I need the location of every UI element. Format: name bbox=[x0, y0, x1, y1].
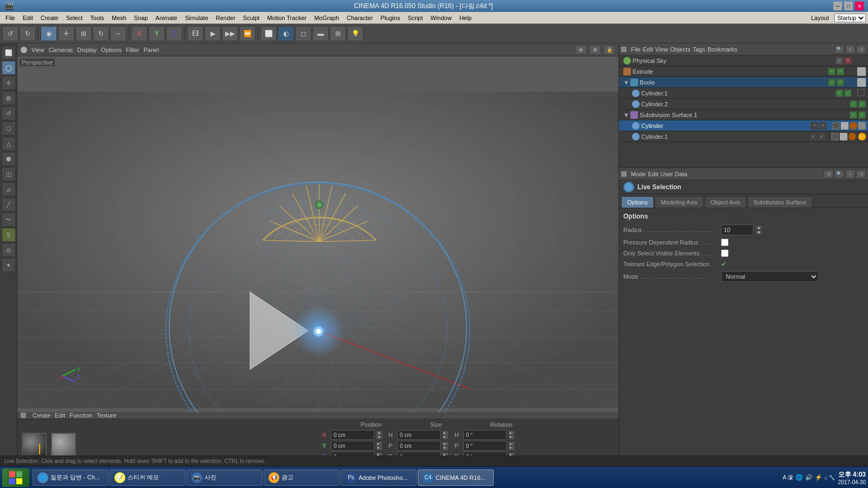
menu-sculpt[interactable]: Sculpt bbox=[240, 14, 263, 22]
badge-render6[interactable]: ✓ bbox=[858, 111, 866, 119]
coord-y-pos[interactable] bbox=[331, 441, 374, 451]
om-arrow-button[interactable]: ◁ bbox=[856, 45, 866, 54]
badge-vis3[interactable]: ✓ bbox=[828, 79, 835, 86]
om-row-boole[interactable]: ▼ Boole ✓ ✓ bbox=[619, 77, 868, 88]
om-row-cylinder1-sub[interactable]: Cylinder.1 ✓ ✓ ⚠ bbox=[619, 131, 868, 142]
minimize-button[interactable]: ─ bbox=[833, 2, 842, 10]
menu-help[interactable]: Help bbox=[456, 14, 475, 22]
viewport-settings-button[interactable]: ⚙ bbox=[589, 45, 601, 55]
coord-x-rot-spinner[interactable]: ▲ ▼ bbox=[509, 431, 514, 439]
taskbar-sticky[interactable]: 📝 스티커 메모 bbox=[110, 470, 186, 486]
badge-vis6[interactable]: ✓ bbox=[850, 111, 857, 119]
badge-render4[interactable]: ✓ bbox=[844, 89, 852, 97]
boole-expand-icon[interactable]: ▼ bbox=[623, 79, 629, 86]
yrot-dn[interactable]: ▼ bbox=[509, 446, 514, 450]
om-bookmarks-menu[interactable]: Bookmarks bbox=[707, 46, 737, 53]
pp-search-button[interactable]: 🔍 bbox=[834, 170, 844, 178]
coord-x-pos[interactable] bbox=[331, 430, 374, 440]
coord-y-size-spinner[interactable]: ▲ ▼ bbox=[443, 442, 448, 450]
menu-mesh[interactable]: Mesh bbox=[108, 14, 130, 22]
om-tags-menu[interactable]: Tags bbox=[693, 46, 705, 53]
badge-vis7[interactable]: ✓ bbox=[810, 122, 818, 130]
menu-simulate[interactable]: Simulate bbox=[182, 14, 212, 22]
badge-vis5[interactable]: ✓ bbox=[850, 100, 857, 108]
coord-x-size[interactable] bbox=[397, 430, 441, 440]
badge-vis2[interactable]: ✓ bbox=[828, 68, 835, 75]
badge-render7[interactable]: ✓ bbox=[819, 122, 827, 130]
viewport-options-menu[interactable]: Options bbox=[101, 47, 122, 53]
sidebar-move-button[interactable]: ✛ bbox=[2, 76, 16, 90]
badge-vis8[interactable]: ✓ bbox=[809, 133, 817, 140]
select-rotate-button[interactable]: ↻ bbox=[93, 26, 109, 41]
badge-render8[interactable]: ✓ bbox=[818, 133, 826, 140]
viewport-menu-icon[interactable] bbox=[21, 47, 27, 53]
ypos-up[interactable]: ▲ bbox=[376, 442, 382, 446]
om-row-cylinder2[interactable]: Cylinder.2 ✓ ✓ bbox=[619, 99, 868, 110]
viewport-view-menu[interactable]: View bbox=[31, 47, 44, 53]
viewport-maximize-button[interactable]: ⊕ bbox=[575, 45, 587, 55]
sidebar-scale-button[interactable]: ⊠ bbox=[2, 91, 16, 105]
taskbar-photoshop[interactable]: Ps Adobe Photosho... bbox=[341, 470, 417, 486]
om-file-menu[interactable]: File bbox=[631, 46, 641, 53]
badge-render3[interactable]: ✓ bbox=[837, 79, 844, 86]
menu-snap[interactable]: Snap bbox=[131, 14, 151, 22]
sidebar-tool5-button[interactable]: ⊿ bbox=[2, 182, 16, 196]
mat-edit-menu[interactable]: Edit bbox=[55, 412, 65, 419]
view-wire-button[interactable]: ◻ bbox=[295, 26, 311, 41]
viewport-display-menu[interactable]: Display bbox=[77, 47, 97, 53]
om-row-extrude[interactable]: Extrude ✓ ✓ bbox=[619, 66, 868, 77]
axis-y-button[interactable]: Y bbox=[149, 26, 165, 41]
sidebar-tool2-button[interactable]: △ bbox=[2, 137, 16, 151]
clock[interactable]: 오후 4:03 2017-04-30 bbox=[838, 470, 866, 485]
pp-edit-menu[interactable]: Edit bbox=[648, 171, 659, 177]
menu-script[interactable]: Script bbox=[404, 14, 426, 22]
menu-edit[interactable]: Edit bbox=[20, 14, 36, 22]
tab-options[interactable]: Options bbox=[621, 196, 654, 208]
coord-y-size[interactable] bbox=[397, 441, 441, 451]
render-active-button[interactable]: ⏩ bbox=[239, 26, 256, 41]
tab-subdivision-surface[interactable]: Subdivision Surface bbox=[748, 196, 812, 208]
menu-render[interactable]: Render bbox=[213, 14, 239, 22]
maximize-button[interactable]: □ bbox=[844, 2, 853, 10]
mat-function-menu[interactable]: Function bbox=[69, 412, 92, 419]
viewport-filter-menu[interactable]: Filter bbox=[126, 47, 139, 53]
badge-render5[interactable]: ✓ bbox=[858, 100, 866, 108]
render-region-button[interactable]: 🎞 bbox=[187, 26, 203, 41]
menu-character[interactable]: Character bbox=[343, 14, 376, 22]
sidebar-tool1-button[interactable]: ⬡ bbox=[2, 121, 16, 136]
menu-window[interactable]: Window bbox=[427, 14, 455, 22]
undo-button[interactable]: ↺ bbox=[2, 26, 18, 41]
viewport-lock-button[interactable]: 🔒 bbox=[603, 45, 615, 55]
render-to-button[interactable]: ▶▶ bbox=[222, 26, 238, 41]
menu-plugins[interactable]: Plugins bbox=[377, 14, 403, 22]
pressure-checkbox[interactable] bbox=[721, 239, 729, 246]
sidebar-tool4-button[interactable]: ◫ bbox=[2, 167, 16, 181]
pp-arrow-button[interactable]: ◁ bbox=[856, 170, 866, 178]
mat-create-menu[interactable]: Create bbox=[33, 412, 50, 419]
radius-up[interactable]: ▲ bbox=[756, 226, 762, 230]
taskbar-chrome[interactable]: 🌐 질문과 답변 - Ch... bbox=[33, 470, 108, 486]
om-view-menu[interactable]: View bbox=[655, 46, 668, 53]
select-all-button[interactable]: ↔ bbox=[110, 26, 126, 41]
pp-userdata-menu[interactable]: User Data bbox=[661, 171, 688, 177]
om-search-icon[interactable]: 🔍 bbox=[834, 45, 844, 54]
pp-prev-button[interactable]: ◁ bbox=[824, 170, 833, 178]
tab-object-axis[interactable]: Object Axis bbox=[705, 196, 746, 208]
axis-z-button[interactable]: Z bbox=[166, 26, 182, 41]
viewport-cameras-menu[interactable]: Cameras bbox=[49, 47, 73, 53]
only-select-checkbox[interactable] bbox=[721, 249, 729, 257]
taskbar-ad[interactable]: 📢 광고 bbox=[264, 470, 340, 486]
close-button[interactable]: ✕ bbox=[855, 2, 864, 10]
pp-mode-menu[interactable]: Mode bbox=[631, 171, 646, 177]
radius-down[interactable]: ▼ bbox=[756, 230, 762, 235]
menu-mograph[interactable]: MoGraph bbox=[311, 14, 342, 22]
layout-select[interactable]: Startup bbox=[834, 14, 866, 22]
coord-x-rot[interactable] bbox=[463, 430, 507, 440]
menu-motion[interactable]: Motion Tracker bbox=[264, 14, 310, 22]
ypos-dn[interactable]: ▼ bbox=[376, 446, 382, 450]
xsz-dn[interactable]: ▼ bbox=[443, 435, 448, 439]
mode-select[interactable]: Normal New Selection Add to Selection Re… bbox=[721, 271, 819, 282]
sidebar-tool6-button[interactable]: ╱ bbox=[2, 197, 16, 211]
badge-vis[interactable]: ✓ bbox=[835, 57, 843, 65]
radius-input[interactable] bbox=[721, 224, 754, 235]
